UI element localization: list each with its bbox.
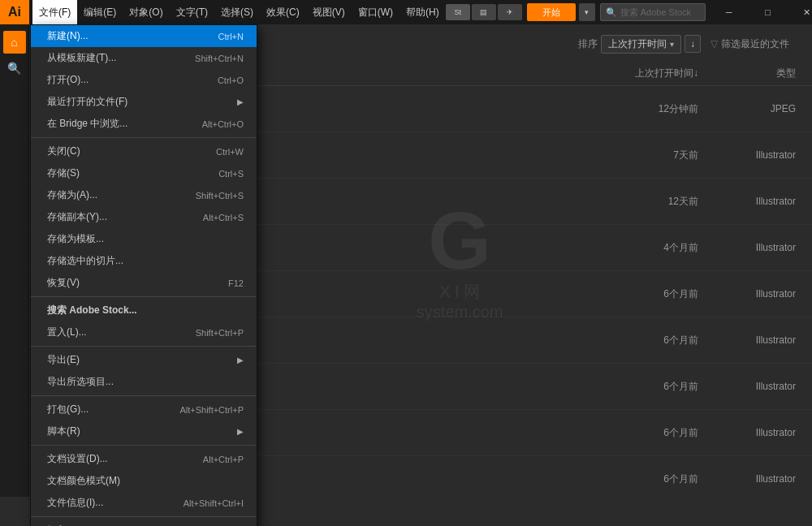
menu-text[interactable]: 文字(T)	[170, 0, 214, 24]
file-type: Illustrator	[698, 196, 796, 207]
search-bar[interactable]: 🔍 搜索 Adobe Stock	[600, 3, 706, 21]
file-date: 6个月前	[568, 380, 698, 394]
menu-item-export[interactable]: 导出(E) ▶	[31, 349, 257, 371]
sort-direction-button[interactable]: ↓	[685, 35, 701, 53]
menu-item-scripts[interactable]: 脚本(R) ▶	[31, 420, 257, 442]
file-type: Illustrator	[698, 288, 796, 300]
menu-item-file-info[interactable]: 文件信息(I)... Alt+Shift+Ctrl+I	[31, 492, 257, 514]
menu-item-stock[interactable]: 搜索 Adobe Stock...	[31, 300, 257, 321]
menu-item-save-copy-shortcut: Alt+Ctrl+S	[203, 213, 244, 222]
menu-item-save-as-label: 存储为(A)...	[47, 188, 196, 202]
separator-1	[31, 137, 257, 138]
menu-item-place[interactable]: 置入(L)... Shift+Ctrl+P	[31, 321, 257, 343]
menu-item-save-slices-label: 存储选中的切片...	[47, 254, 244, 268]
menu-item-new-template[interactable]: 从模板新建(T)... Shift+Ctrl+N	[31, 47, 257, 69]
menu-item-export-label: 导出(E)	[47, 353, 237, 367]
menu-item-file-info-label: 文件信息(I)...	[47, 496, 184, 510]
filter-label: 筛选最近的文件	[721, 37, 789, 51]
separator-3	[31, 346, 257, 347]
file-type: Illustrator	[698, 334, 796, 346]
file-date: 6个月前	[568, 426, 698, 440]
submenu-export-arrow-icon: ▶	[237, 356, 244, 364]
menu-item-stock-label: 搜索 Adobe Stock...	[47, 304, 244, 317]
menu-item-revert[interactable]: 恢复(V) F12	[31, 272, 257, 294]
expand-button[interactable]: ▾	[579, 3, 595, 21]
sidebar-home-icon[interactable]: ⌂	[3, 31, 26, 54]
close-button[interactable]: ✕	[788, 0, 812, 24]
sidebar-search-icon[interactable]: 🔍	[3, 57, 26, 80]
menu-item-new-shortcut: Ctrl+N	[218, 32, 244, 41]
menu-item-open-label: 打开(O)...	[47, 73, 218, 87]
cloud-icon: ▤	[472, 4, 496, 20]
menu-item-save-template-label: 存储为模板...	[47, 232, 244, 246]
menu-item-doc-settings-label: 文档设置(D)...	[47, 452, 203, 466]
menu-select[interactable]: 选择(S)	[214, 0, 260, 24]
ps-icon: St	[446, 4, 470, 20]
menu-item-revert-label: 恢复(V)	[47, 276, 228, 290]
file-type: JPEG	[698, 103, 796, 114]
menu-item-revert-shortcut: F12	[228, 278, 244, 288]
sort-dropdown[interactable]: 上次打开时间 ▾	[601, 35, 681, 54]
menu-edit[interactable]: 编辑(E)	[77, 0, 123, 24]
menu-item-package-shortcut: Alt+Shift+Ctrl+P	[179, 405, 244, 415]
menu-item-save-as[interactable]: 存储为(A)... Shift+Ctrl+S	[31, 184, 257, 206]
menu-item-save[interactable]: 存储(S) Ctrl+S	[31, 162, 257, 184]
menu-item-save-copy[interactable]: 存储副本(Y)... Alt+Ctrl+S	[31, 206, 257, 228]
menu-item-save-label: 存储(S)	[47, 166, 218, 180]
menu-item-open-shortcut: Ctrl+O	[218, 75, 244, 85]
separator-2	[31, 296, 257, 297]
separator-5	[31, 445, 257, 446]
menu-item-print[interactable]: 打印(P)... Ctrl+P	[31, 520, 257, 526]
menu-object[interactable]: 对象(O)	[123, 0, 169, 24]
menu-item-export-selected[interactable]: 导出所选项目...	[31, 371, 257, 393]
menu-item-place-label: 置入(L)...	[47, 326, 196, 339]
header-type: 类型	[698, 67, 796, 80]
search-placeholder: 搜索 Adobe Stock	[620, 6, 691, 19]
filter-icon: ▽	[710, 38, 718, 50]
menubar: 文件(F) 编辑(E) 对象(O) 文字(T) 选择(S) 效果(C) 视图(V…	[29, 0, 446, 24]
maximize-button[interactable]: □	[749, 0, 787, 24]
file-date: 6个月前	[568, 334, 698, 347]
file-date: 12分钟前	[568, 102, 698, 116]
sort-chevron-icon: ▾	[670, 40, 674, 49]
start-button[interactable]: 开始	[527, 3, 576, 21]
filter-area: ▽ 筛选最近的文件	[704, 36, 796, 53]
file-date: 7天前	[568, 149, 698, 162]
menu-item-close-label: 关闭(C)	[47, 144, 216, 158]
file-menu-dropdown: 新建(N)... Ctrl+N 从模板新建(T)... Shift+Ctrl+N…	[30, 24, 257, 526]
menu-item-bridge-label: 在 Bridge 中浏览...	[47, 117, 202, 131]
menu-item-new[interactable]: 新建(N)... Ctrl+N	[31, 25, 257, 47]
file-date: 4个月前	[568, 241, 698, 255]
separator-4	[31, 395, 257, 396]
menu-item-doc-settings[interactable]: 文档设置(D)... Alt+Ctrl+P	[31, 448, 257, 470]
menu-effect[interactable]: 效果(C)	[260, 0, 306, 24]
menu-item-new-template-shortcut: Shift+Ctrl+N	[195, 54, 244, 63]
menu-file[interactable]: 文件(F)	[32, 0, 77, 24]
menu-item-color-mode[interactable]: 文档颜色模式(M)	[31, 470, 257, 492]
header-date: 上次打开时间↓	[568, 67, 698, 80]
menu-item-color-mode-label: 文档颜色模式(M)	[47, 474, 244, 488]
menu-window[interactable]: 窗口(W)	[352, 0, 400, 24]
file-date: 6个月前	[568, 472, 698, 486]
file-type: Illustrator	[698, 473, 796, 485]
menu-item-save-template[interactable]: 存储为模板...	[31, 228, 257, 250]
menu-item-package[interactable]: 打包(G)... Alt+Shift+Ctrl+P	[31, 399, 257, 420]
menu-item-package-label: 打包(G)...	[47, 403, 179, 416]
menu-item-recent[interactable]: 最近打开的文件(F) ▶	[31, 91, 257, 113]
file-date: 12天前	[568, 195, 698, 209]
menu-item-doc-settings-shortcut: Alt+Ctrl+P	[203, 455, 244, 464]
titlebar: Ai 文件(F) 编辑(E) 对象(O) 文字(T) 选择(S) 效果(C) 视…	[0, 0, 812, 24]
sort-label: 排序	[578, 37, 598, 51]
menu-item-bridge[interactable]: 在 Bridge 中浏览... Alt+Ctrl+O	[31, 113, 257, 135]
menu-help[interactable]: 帮助(H)	[400, 0, 446, 24]
menu-item-save-slices[interactable]: 存储选中的切片...	[31, 250, 257, 272]
menu-item-bridge-shortcut: Alt+Ctrl+O	[202, 119, 244, 129]
menu-item-export-selected-label: 导出所选项目...	[47, 375, 244, 389]
menu-item-open[interactable]: 打开(O)... Ctrl+O	[31, 69, 257, 91]
menu-item-close-shortcut: Ctrl+W	[216, 147, 244, 157]
minimize-button[interactable]: ─	[710, 0, 748, 24]
menu-item-close[interactable]: 关闭(C) Ctrl+W	[31, 140, 257, 162]
submenu-arrow-icon: ▶	[237, 97, 244, 106]
menu-view[interactable]: 视图(V)	[306, 0, 352, 24]
menu-item-file-info-shortcut: Alt+Shift+Ctrl+I	[184, 498, 244, 508]
